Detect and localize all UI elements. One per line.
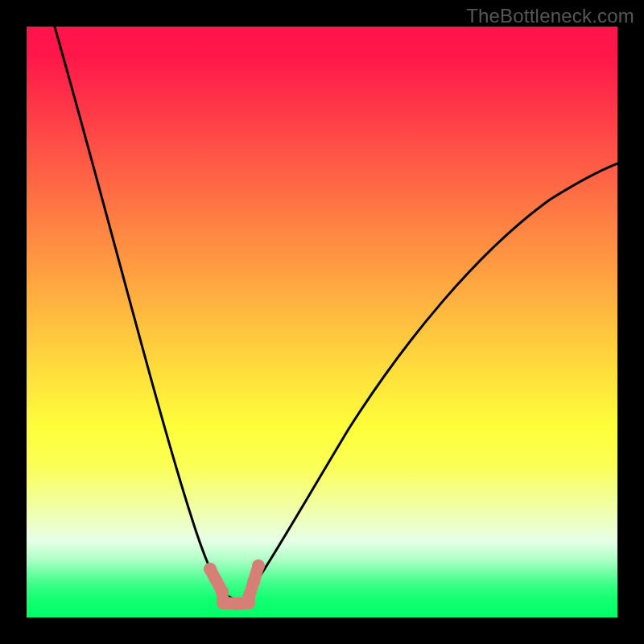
svg-point-1 bbox=[216, 585, 229, 598]
svg-point-2 bbox=[217, 597, 229, 609]
svg-point-0 bbox=[204, 563, 217, 576]
chart-frame: TheBottleneck.com bbox=[0, 0, 644, 644]
svg-point-6 bbox=[247, 576, 260, 588]
svg-point-3 bbox=[230, 597, 243, 610]
curve-layer bbox=[27, 27, 617, 617]
svg-point-5 bbox=[242, 591, 255, 604]
svg-point-7 bbox=[252, 559, 265, 572]
watermark-text: TheBottleneck.com bbox=[466, 5, 634, 27]
curve-left-branch bbox=[52, 27, 220, 587]
curve-right-branch bbox=[253, 162, 617, 587]
plot-area bbox=[27, 27, 617, 617]
